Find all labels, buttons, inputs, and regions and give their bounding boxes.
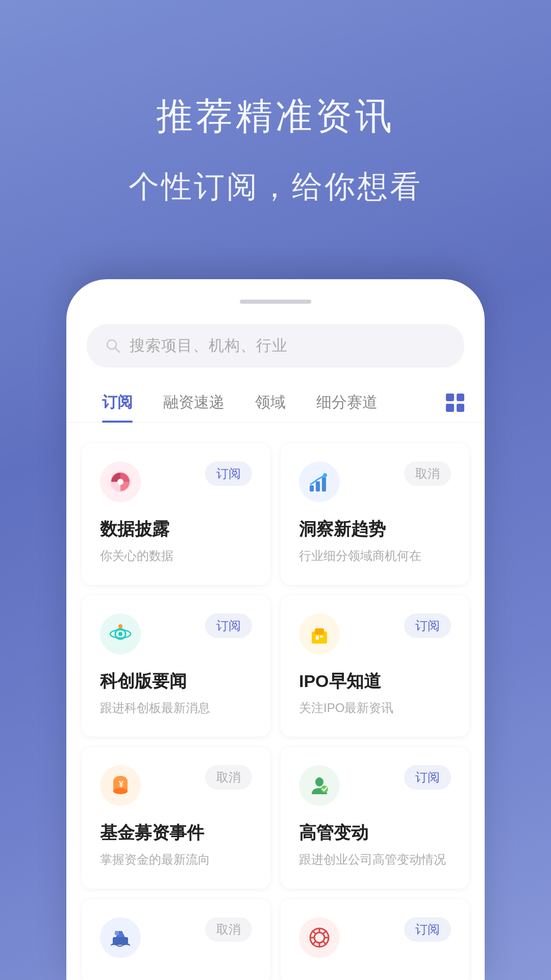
phone-notch	[240, 300, 311, 304]
card-fund-raise[interactable]: ¥ 取消 基金募资事件 掌握资金的最新流向	[82, 747, 270, 889]
svg-rect-24	[115, 931, 119, 935]
exec-change-title: 高管变动	[299, 821, 451, 845]
ipo-icon	[299, 614, 340, 654]
card-top: 取消	[299, 461, 451, 502]
svg-point-27	[314, 933, 324, 943]
svg-rect-15	[320, 635, 323, 638]
card-exec-change[interactable]: 订阅 高管变动 跟进创业公司高管变动情况	[281, 747, 469, 889]
photo-icon	[299, 917, 340, 958]
cards-grid: 订阅 数据披露 你关心的数据 取消 洞察新趋势 行业	[66, 438, 485, 980]
svg-rect-4	[310, 485, 314, 492]
svg-line-34	[323, 930, 327, 934]
svg-point-11	[118, 624, 122, 628]
card-top: 订阅	[100, 614, 252, 654]
fund-raise-action[interactable]: 取消	[205, 765, 252, 790]
svg-point-7	[323, 473, 327, 477]
card-photo[interactable]: 订阅	[281, 899, 469, 980]
svg-rect-22	[113, 937, 128, 944]
grid-icon	[446, 394, 464, 412]
grid-view-button[interactable]	[446, 394, 464, 412]
card-shipping[interactable]: 取消	[82, 899, 270, 980]
svg-line-1	[115, 348, 120, 352]
exec-change-action[interactable]: 订阅	[404, 765, 451, 790]
new-trends-title: 洞察新趋势	[299, 518, 451, 541]
ipo-action[interactable]: 订阅	[404, 614, 451, 638]
search-bar[interactable]: 搜索项目、机构、行业	[87, 324, 464, 368]
tabs-row: 订阅 融资速递 领域 细分赛道	[66, 383, 485, 423]
new-trends-icon	[299, 461, 340, 502]
svg-line-32	[312, 930, 315, 934]
card-new-trends[interactable]: 取消 洞察新趋势 行业细分领域商机何在	[281, 443, 469, 585]
new-trends-desc: 行业细分领域商机何在	[299, 547, 451, 565]
fund-raise-title: 基金募资事件	[100, 821, 252, 845]
card-top: 订阅	[299, 917, 451, 958]
data-reveal-icon	[100, 461, 141, 502]
shipping-action[interactable]: 取消	[205, 917, 252, 942]
svg-rect-13	[315, 628, 324, 634]
card-sci-tech[interactable]: 订阅 科创版要闻 跟进科创板最新消息	[82, 595, 270, 737]
data-reveal-desc: 你关心的数据	[100, 547, 252, 565]
search-icon	[105, 338, 121, 354]
fund-raise-desc: 掌握资金的最新流向	[100, 851, 252, 868]
sci-tech-action[interactable]: 订阅	[205, 614, 252, 638]
phone-mockup: 搜索项目、机构、行业 订阅 融资速递 领域 细分赛道	[66, 279, 485, 980]
search-placeholder: 搜索项目、机构、行业	[130, 335, 288, 356]
card-top: 订阅	[100, 461, 252, 502]
ipo-title: IPO早知道	[299, 670, 451, 693]
svg-point-18	[113, 788, 128, 794]
tab-subscribe[interactable]: 订阅	[87, 383, 148, 422]
tab-funding[interactable]: 融资速递	[148, 383, 240, 422]
svg-rect-14	[316, 635, 319, 640]
data-reveal-title: 数据披露	[100, 518, 252, 541]
ipo-desc: 关注IPO最新资讯	[299, 699, 451, 717]
new-trends-action[interactable]: 取消	[404, 461, 451, 486]
svg-point-10	[118, 632, 122, 636]
hero-section: 推荐精准资讯 个性订阅，给你想看	[0, 0, 551, 249]
card-top: ¥ 取消	[100, 765, 252, 806]
tab-segment[interactable]: 细分赛道	[301, 383, 393, 422]
data-reveal-action[interactable]: 订阅	[205, 461, 252, 486]
card-top: 订阅	[299, 614, 451, 654]
exec-change-icon	[299, 765, 340, 806]
card-top: 订阅	[299, 765, 451, 806]
fund-raise-icon: ¥	[100, 765, 141, 806]
card-ipo[interactable]: 订阅 IPO早知道 关注IPO最新资讯	[281, 595, 469, 737]
tab-domain[interactable]: 领域	[240, 383, 301, 422]
svg-line-35	[312, 942, 315, 945]
card-top: 取消	[100, 917, 252, 958]
svg-text:¥: ¥	[119, 780, 123, 789]
svg-rect-5	[316, 481, 320, 492]
exec-change-desc: 跟进创业公司高管变动情况	[299, 851, 451, 868]
svg-rect-6	[322, 477, 326, 492]
sci-tech-desc: 跟进科创板最新消息	[100, 699, 252, 717]
svg-point-3	[117, 479, 123, 485]
sci-tech-title: 科创版要闻	[100, 670, 252, 693]
svg-line-33	[323, 942, 327, 945]
photo-action[interactable]: 订阅	[404, 917, 451, 942]
sci-tech-icon	[100, 614, 141, 654]
card-data-reveal[interactable]: 订阅 数据披露 你关心的数据	[82, 443, 270, 585]
svg-point-20	[315, 777, 323, 787]
hero-title: 推荐精准资讯	[31, 92, 520, 141]
shipping-icon	[100, 917, 141, 958]
hero-subtitle: 个性订阅，给你想看	[31, 166, 520, 208]
